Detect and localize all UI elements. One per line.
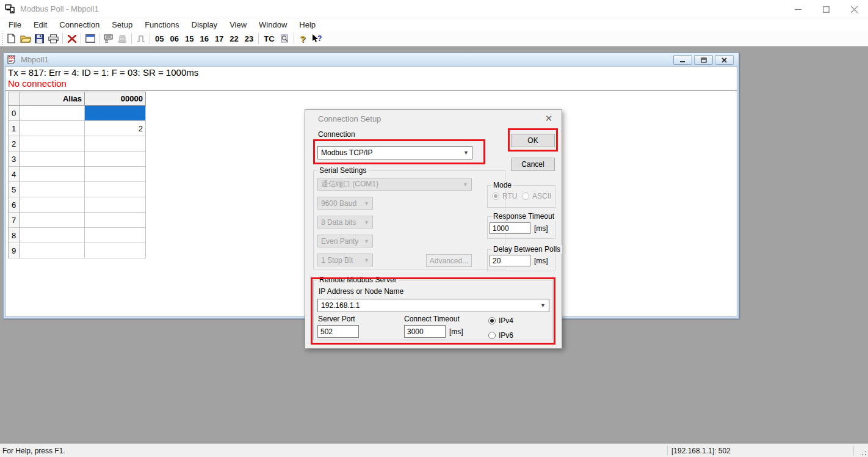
ok-button[interactable]: OK [511, 134, 555, 147]
rtu-radio: RTU [492, 192, 517, 200]
function-code-15-button[interactable]: 15 [182, 32, 197, 45]
menu-help[interactable]: Help [293, 19, 322, 31]
child-titlebar[interactable]: DOC Mbpoll1 [4, 53, 739, 66]
disconnect-icon[interactable] [65, 32, 79, 45]
setup-window-icon[interactable] [83, 32, 97, 45]
connection-dropdown[interactable]: Modbus TCP/IP ▼ [317, 146, 472, 159]
mdi-workspace: DOC Mbpoll1 Tx = 817: Err = 4: ID = 1: F… [0, 46, 868, 444]
child-close-button[interactable] [715, 55, 734, 65]
test-center-icon [115, 32, 129, 45]
data-bits-dropdown: 8 Data bits▼ [317, 216, 373, 228]
value-cell[interactable]: 2 [85, 121, 146, 136]
test-center-button[interactable]: TC [261, 32, 277, 45]
function-code-05-button[interactable]: 05 [152, 32, 167, 45]
alias-column-header[interactable]: Alias [20, 92, 85, 106]
status-help-text: For Help, press F1. [2, 447, 65, 455]
status-separator [667, 446, 668, 456]
value-column-header[interactable]: 00000 [85, 92, 146, 106]
radio-dot [492, 192, 499, 200]
value-cell[interactable] [85, 106, 146, 121]
cancel-button[interactable]: Cancel [511, 158, 555, 171]
value-cell[interactable] [85, 228, 146, 243]
alias-cell[interactable] [20, 106, 85, 121]
function-code-buttons: 05061516172223 [152, 32, 256, 45]
row-number-cell[interactable]: 8 [9, 228, 20, 243]
menu-setup[interactable]: Setup [106, 19, 139, 31]
value-cell[interactable] [85, 243, 146, 258]
menu-view[interactable]: View [223, 19, 253, 31]
status-separator [853, 446, 854, 456]
value-cell[interactable] [85, 167, 146, 182]
menu-connection[interactable]: Connection [53, 19, 106, 31]
svg-text:DOC: DOC [9, 56, 15, 59]
communication-traffic-icon[interactable] [101, 32, 115, 45]
function-code-06-button[interactable]: 06 [167, 32, 181, 45]
ipv4-radio[interactable]: IPv4 [488, 316, 513, 325]
ipv6-radio[interactable]: IPv6 [488, 331, 513, 340]
grid-row: 9 [9, 243, 146, 258]
menu-functions[interactable]: Functions [139, 19, 185, 31]
delay-input[interactable] [490, 255, 530, 266]
alias-cell[interactable] [20, 152, 85, 167]
menu-window[interactable]: Window [253, 19, 293, 31]
connect-timeout-input[interactable] [404, 325, 446, 338]
value-cell[interactable] [85, 197, 146, 213]
close-button[interactable] [840, 0, 868, 18]
grid-row: 6 [9, 197, 146, 213]
function-code-17-button[interactable]: 17 [212, 32, 226, 45]
response-timeout-input[interactable] [490, 222, 530, 234]
new-file-icon[interactable] [4, 32, 18, 45]
function-code-16-button[interactable]: 16 [197, 32, 211, 45]
row-number-cell[interactable]: 9 [9, 243, 20, 258]
server-port-input[interactable] [317, 325, 359, 338]
save-icon[interactable] [32, 32, 46, 45]
value-cell[interactable] [85, 213, 146, 228]
scan-rate-icon[interactable] [278, 32, 292, 45]
alias-cell[interactable] [20, 121, 85, 136]
remote-modbus-server-label: Remote Modbus Server [317, 276, 399, 284]
value-cell[interactable] [85, 152, 146, 167]
context-help-icon[interactable]: ? [310, 32, 324, 45]
menu-display[interactable]: Display [186, 19, 224, 31]
row-number-cell[interactable]: 3 [9, 152, 20, 167]
resize-grip[interactable] [859, 448, 867, 456]
row-number-cell[interactable]: 4 [9, 167, 20, 182]
alias-cell[interactable] [20, 228, 85, 243]
serial-settings-label: Serial Settings [317, 166, 368, 175]
app-icon [5, 4, 15, 14]
chevron-down-icon: ▼ [364, 238, 369, 244]
print-icon[interactable] [46, 32, 60, 45]
menu-edit[interactable]: Edit [27, 19, 53, 31]
row-number-cell[interactable]: 6 [9, 197, 20, 213]
alias-cell[interactable] [20, 136, 85, 152]
row-number-cell[interactable]: 5 [9, 182, 20, 197]
minimize-button[interactable] [784, 0, 812, 18]
child-minimize-button[interactable] [673, 55, 692, 65]
function-code-23-button[interactable]: 23 [242, 32, 256, 45]
ip-address-dropdown[interactable]: 192.168.1.1 ▼ [317, 299, 549, 312]
register-grid: Alias 00000 01223456789 [8, 92, 146, 258]
help-icon[interactable]: ? [296, 32, 310, 45]
parity-dropdown: Even Parity▼ [317, 235, 373, 247]
open-file-icon[interactable] [18, 32, 32, 45]
value-cell[interactable] [85, 182, 146, 197]
row-number-cell[interactable]: 2 [9, 136, 20, 152]
menu-file[interactable]: File [2, 19, 27, 31]
function-code-22-button[interactable]: 22 [226, 32, 241, 45]
child-restore-button[interactable] [694, 55, 713, 65]
alias-cell[interactable] [20, 182, 85, 197]
alias-cell[interactable] [20, 167, 85, 182]
maximize-button[interactable] [812, 0, 840, 18]
alias-cell[interactable] [20, 213, 85, 228]
row-number-cell[interactable]: 7 [9, 213, 20, 228]
response-timeout-label: Response Timeout [491, 212, 556, 221]
value-cell[interactable] [85, 136, 146, 152]
row-number-cell[interactable]: 1 [9, 121, 20, 136]
alias-cell[interactable] [20, 243, 85, 258]
alias-cell[interactable] [20, 197, 85, 213]
toolbar-separator [99, 33, 99, 44]
dialog-close-icon[interactable]: ✕ [542, 113, 555, 124]
delay-between-polls-label: Delay Between Polls [491, 245, 562, 254]
row-number-cell[interactable]: 0 [9, 106, 20, 121]
chevron-down-icon: ▼ [463, 181, 468, 188]
